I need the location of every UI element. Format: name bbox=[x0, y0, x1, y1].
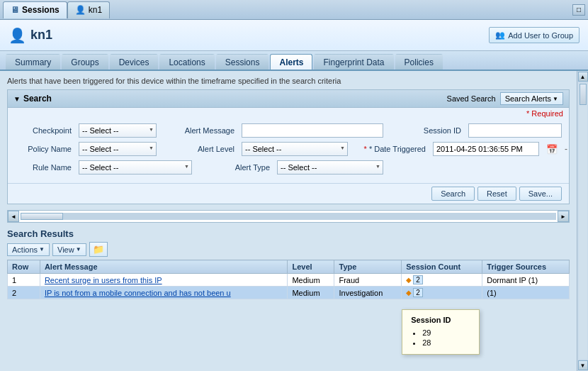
search-header: ▼ Search Saved Search Search Alerts ▼ bbox=[8, 90, 569, 108]
tab-summary[interactable]: Summary bbox=[6, 54, 60, 70]
alert-type-label: Alert Type bbox=[213, 163, 270, 172]
saved-search-label: Saved Search bbox=[447, 94, 496, 103]
scroll-track-vertical bbox=[579, 83, 587, 359]
calendar-icon[interactable]: 📅 bbox=[546, 144, 558, 155]
search-title: Search bbox=[23, 94, 52, 104]
save-button[interactable]: Save... bbox=[519, 187, 562, 201]
results-section: Search Results Actions ▼ View ▼ 📁 Row bbox=[7, 228, 570, 299]
scroll-thumb-vertical[interactable] bbox=[579, 84, 587, 105]
add-user-icon: 👥 bbox=[495, 31, 505, 40]
tab-alerts[interactable]: Alerts bbox=[270, 54, 312, 70]
top-tab-bar: 🖥 Sessions 👤 kn1 □ bbox=[0, 0, 588, 20]
results-table: Row Alert Message Level Type Session Cou… bbox=[7, 260, 570, 299]
checkpoint-select[interactable]: -- Select -- bbox=[79, 123, 157, 138]
form-actions: Search Reset Save... bbox=[8, 183, 569, 204]
tab-policies[interactable]: Policies bbox=[395, 54, 443, 70]
count-badge-2[interactable]: 2 bbox=[413, 288, 423, 297]
date-remove-icon[interactable]: - bbox=[565, 144, 567, 154]
form-row-2: Policy Name -- Select -- Alert Level -- … bbox=[15, 142, 562, 156]
date-triggered-input[interactable] bbox=[433, 142, 539, 156]
cell-type-2: Investigation bbox=[334, 287, 402, 299]
alert-message-input[interactable] bbox=[242, 123, 383, 138]
dropdown-arrow-icon: ▼ bbox=[553, 96, 558, 102]
rule-name-label: Rule Name bbox=[15, 163, 72, 172]
tooltip-list: 29 28 bbox=[411, 328, 470, 347]
search-button[interactable]: Search bbox=[431, 187, 475, 201]
cell-level-1: Medium bbox=[288, 274, 334, 287]
tab-groups[interactable]: Groups bbox=[62, 54, 108, 70]
maximize-button[interactable]: □ bbox=[572, 4, 585, 16]
tab-locations[interactable]: Locations bbox=[159, 54, 214, 70]
search-header-right: Saved Search Search Alerts ▼ bbox=[447, 92, 563, 105]
actions-button[interactable]: Actions ▼ bbox=[7, 243, 50, 256]
tooltip-item-2: 28 bbox=[422, 338, 470, 347]
alert-link-1[interactable]: Recent surge in users from this IP bbox=[45, 276, 162, 284]
policy-name-select-wrapper: -- Select -- bbox=[79, 142, 157, 156]
actions-dropdown-icon: ▼ bbox=[39, 246, 45, 253]
tab-sessions-nav[interactable]: Sessions bbox=[216, 54, 269, 70]
scroll-right-button[interactable]: ► bbox=[558, 211, 569, 222]
count-badge-1[interactable]: 2 bbox=[413, 275, 423, 284]
nav-tabs: Summary Groups Devices Locations Session… bbox=[0, 51, 588, 71]
folder-icon: 📁 bbox=[93, 244, 104, 255]
scroll-left-button[interactable]: ◄ bbox=[8, 211, 19, 222]
session-id-tooltip: Session ID 29 28 bbox=[402, 309, 480, 355]
rule-name-select[interactable]: -- Select -- bbox=[79, 160, 192, 175]
col-session-count: Session Count bbox=[402, 260, 482, 274]
actions-label: Actions bbox=[12, 245, 38, 254]
scroll-up-button[interactable]: ▲ bbox=[578, 72, 588, 82]
col-alert-message: Alert Message bbox=[40, 260, 288, 274]
alert-level-select[interactable]: -- Select -- bbox=[242, 142, 348, 156]
cell-trigger-2: (1) bbox=[482, 287, 570, 299]
scroll-thumb[interactable] bbox=[21, 213, 63, 220]
cell-trigger-1: Dormant IP (1) bbox=[482, 274, 570, 287]
cell-row-2: 2 bbox=[8, 287, 40, 299]
folder-button[interactable]: 📁 bbox=[89, 242, 108, 257]
alert-type-select[interactable]: -- Select -- bbox=[277, 160, 383, 175]
tab-kn1[interactable]: 👤 kn1 bbox=[67, 1, 110, 18]
cell-alert-msg-2: IP is not from a mobile connection and h… bbox=[40, 287, 288, 299]
cell-count-1: ◆ 2 bbox=[402, 274, 482, 287]
alert-level-select-wrapper: -- Select -- bbox=[242, 142, 348, 156]
session-id-input[interactable] bbox=[468, 123, 562, 138]
alert-type-select-wrapper: -- Select -- bbox=[277, 160, 383, 175]
search-form: Checkpoint -- Select -- Alert Message Se… bbox=[8, 119, 569, 183]
tooltip-item-1: 29 bbox=[422, 328, 470, 337]
page-header: 👤 kn1 👥 Add User to Group bbox=[0, 20, 588, 51]
table-row: 2 IP is not from a mobile connection and… bbox=[8, 287, 570, 299]
add-user-button[interactable]: 👥 Add User to Group bbox=[489, 27, 579, 43]
scroll-down-button[interactable]: ▼ bbox=[578, 360, 588, 370]
main-scroll-area[interactable]: Alerts that have been triggered for this… bbox=[0, 71, 577, 371]
vertical-scrollbar[interactable]: ▲ ▼ bbox=[577, 71, 588, 371]
page-title-area: 👤 kn1 bbox=[9, 27, 52, 44]
search-alerts-button[interactable]: Search Alerts ▼ bbox=[500, 92, 563, 105]
tab-sessions-label: Sessions bbox=[22, 5, 60, 15]
tab-devices[interactable]: Devices bbox=[110, 54, 159, 70]
session-id-label: Session ID bbox=[405, 126, 461, 135]
reset-button[interactable]: Reset bbox=[477, 187, 516, 201]
description-text: Alerts that have been triggered for this… bbox=[7, 77, 570, 85]
scroll-track bbox=[21, 213, 556, 220]
cell-level-2: Medium bbox=[288, 287, 334, 299]
collapse-icon[interactable]: ▼ bbox=[13, 95, 21, 103]
count-cell-1: ◆ 2 bbox=[406, 275, 477, 284]
col-row: Row bbox=[8, 260, 40, 274]
tab-sessions[interactable]: 🖥 Sessions bbox=[3, 1, 67, 18]
tooltip-title: Session ID bbox=[411, 316, 470, 324]
cell-alert-msg-1: Recent surge in users from this IP bbox=[40, 274, 288, 287]
horizontal-scrollbar[interactable]: ◄ ► bbox=[7, 210, 570, 223]
view-dropdown-icon: ▼ bbox=[76, 246, 81, 253]
required-star: * bbox=[364, 145, 369, 153]
rule-name-select-wrapper: -- Select -- bbox=[79, 160, 192, 175]
page-wrapper: Alerts that have been triggered for this… bbox=[0, 71, 588, 371]
form-row-1: Checkpoint -- Select -- Alert Message Se… bbox=[15, 123, 562, 138]
policy-name-label: Policy Name bbox=[15, 145, 72, 153]
col-type: Type bbox=[334, 260, 402, 274]
tab-fingerprint[interactable]: Fingerprint Data bbox=[314, 54, 393, 70]
page-title: kn1 bbox=[30, 28, 52, 43]
table-header-row: Row Alert Message Level Type Session Cou… bbox=[8, 260, 570, 274]
policy-name-select[interactable]: -- Select -- bbox=[79, 142, 157, 156]
view-button[interactable]: View ▼ bbox=[52, 243, 86, 256]
table-row: 1 Recent surge in users from this IP Med… bbox=[8, 274, 570, 287]
alert-link-2[interactable]: IP is not from a mobile connection and h… bbox=[45, 289, 231, 297]
